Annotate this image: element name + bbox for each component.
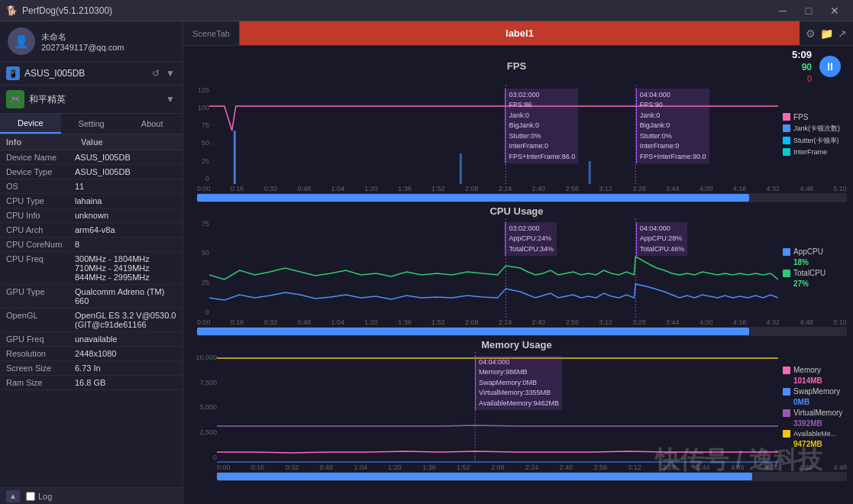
charts-area: FPS 5:09 90 0 ⏸ 125 100 [183, 46, 853, 504]
app-selector[interactable]: 🎮 和平精英 ▼ [0, 86, 183, 114]
cpu-legend-appcpu-dot [783, 248, 790, 256]
memory-legend-available: AvailableMe... [783, 430, 847, 438]
cpu-annotation-2: 04:04:000 AppCPU:28% TotalCPU:46% [636, 222, 688, 257]
cpu-legend: AppCPU 18% TotalCPU 27% [778, 218, 847, 318]
scene-tab-bar: SceneTab label1 ⚙ 📁 ↗ [183, 21, 853, 46]
info-row-key: Device Name [6, 153, 75, 162]
log-label: Log [38, 492, 52, 501]
app-title: PerfDog(v5.1.210300) [22, 5, 112, 16]
cpu-chart-wrap: 75 50 25 0 03:02:000 AppCPU:24% TotalCPU… [186, 218, 847, 318]
info-table-row: CPU Freq300MHz - 1804MHz 710MHz - 2419MH… [0, 252, 183, 285]
info-row-key: Ram Size [6, 378, 75, 387]
right-panel: SceneTab label1 ⚙ 📁 ↗ FPS 5:09 [183, 21, 853, 504]
memory-scrollbar[interactable] [217, 472, 847, 481]
memory-legend: Memory 1014MB SwapMemory 0MB VirtualMemo… [778, 352, 847, 463]
info-row-val: lahaina [75, 196, 176, 205]
profile-info: 未命名 2027349117@qq.com [41, 31, 175, 52]
info-table-row: CPU Infounknown [0, 208, 183, 223]
memory-chart-inner: 04:04:000 Memory:986MB SwapMemory:0MB Vi… [217, 352, 778, 463]
memory-x-axis: 0:000:160:320:481:041:201:361:522:082:24… [186, 463, 847, 471]
cpu-annotation-1: 03:02:000 AppCPU:24% TotalCPU:34% [505, 222, 557, 257]
fps-current-value: 90 [802, 62, 812, 74]
minimize-button[interactable]: ─ [771, 0, 795, 21]
cpu-val-2: 27% [783, 279, 847, 288]
fps-chart-block: FPS 5:09 90 0 ⏸ 125 100 [183, 49, 853, 202]
info-row-key: CPU Type [6, 196, 75, 205]
svg-rect-9 [460, 153, 462, 184]
tab-about[interactable]: About [121, 114, 183, 134]
folder-icon[interactable]: 📁 [820, 27, 833, 40]
device-actions: ↺ ▼ [150, 66, 176, 80]
titlebar-left: 🐕 PerfDog(v5.1.210300) [6, 5, 112, 16]
fps-legend-fps: FPS [783, 113, 847, 121]
profile-name: 未命名 [41, 31, 175, 43]
info-table-row: OS11 [0, 179, 183, 194]
info-row-key: Resolution [6, 349, 75, 358]
fps-y-125: 125 [198, 86, 209, 94]
device-dropdown-button[interactable]: ▼ [164, 66, 176, 80]
bottom-bar: ▲ Log [0, 487, 183, 504]
cpu-chart-svg [209, 218, 778, 318]
memory-legend-virtual-dot [783, 409, 790, 417]
info-row-val: OpenGL ES 3.2 V@0530.0 (GIT@c91de61166 [75, 311, 176, 329]
info-table-header: Info Value [0, 134, 183, 150]
fps-scrollbar[interactable] [197, 193, 847, 202]
device-refresh-button[interactable]: ↺ [150, 66, 161, 80]
info-row-key: CPU CoreNum [6, 240, 75, 249]
fps-y-25: 25 [202, 157, 209, 165]
cpu-scrollbar[interactable] [197, 327, 847, 336]
app-dropdown-button[interactable]: ▼ [164, 92, 176, 106]
memory-val-swap: 0MB [783, 398, 847, 406]
memory-legend-memory: Memory [783, 366, 847, 374]
svg-rect-10 [589, 161, 591, 184]
memory-scrollbar-thumb [217, 473, 752, 480]
info-row-key: CPU Arch [6, 225, 75, 234]
fps-chart-title: FPS [408, 60, 626, 72]
info-row-val: 11 [75, 182, 176, 191]
main-tab[interactable]: label1 [240, 21, 800, 45]
info-row-val: arm64-v8a [75, 225, 176, 234]
memory-chart-title: Memory Usage [186, 339, 847, 351]
memory-legend-swap: SwapMemory [783, 387, 847, 396]
fps-annotation-2: 04:04:000 FPS:90 Jank:0 BigJank:0 Stutte… [636, 89, 709, 164]
log-checkbox-area[interactable]: Log [26, 492, 52, 501]
memory-legend-virtual: VirtualMemory [783, 409, 847, 417]
info-table-row: CPU CoreNum8 [0, 237, 183, 252]
log-checkbox[interactable] [26, 492, 35, 501]
cpu-legend-totalcpu: TotalCPU [783, 269, 847, 277]
fps-x-axis: 0:000:160:320:481:041:201:361:522:082:24… [186, 184, 847, 192]
info-row-val: unavailable [75, 334, 176, 344]
titlebar-controls: ─ □ ✕ [771, 0, 847, 21]
close-button[interactable]: ✕ [822, 0, 847, 21]
app-icon: 🎮 [6, 90, 24, 108]
info-row-val: 16.8 GB [75, 378, 176, 387]
memory-val-memory: 1014MB [783, 376, 847, 385]
main-layout: 👤 未命名 2027349117@qq.com 📱 ASUS_I005DB ↺ … [0, 21, 853, 504]
settings-icon[interactable]: ⚙ [806, 27, 816, 40]
info-row-val: unknown [75, 211, 176, 220]
info-table-row: OpenGLOpenGL ES 3.2 V@0530.0 (GIT@c91de6… [0, 309, 183, 332]
tab-setting[interactable]: Setting [61, 114, 122, 134]
fps-scrollbar-thumb [197, 194, 749, 202]
profile-email: 2027349117@qq.com [41, 43, 175, 52]
top-right-icons: ⚙ 📁 ↗ [800, 27, 853, 40]
cpu-chart-inner: 03:02:000 AppCPU:24% TotalCPU:34% 04:04:… [209, 218, 778, 318]
info-row-key: OS [6, 182, 75, 191]
fps-legend-fps-dot [783, 113, 790, 121]
restore-button[interactable]: □ [796, 0, 821, 21]
share-icon[interactable]: ↗ [838, 27, 847, 40]
info-table-row: GPU Frequnavailable [0, 332, 183, 347]
device-row: 📱 ASUS_I005DB [6, 66, 150, 80]
info-row-key: CPU Info [6, 211, 75, 220]
fps-legend-interframe-dot [783, 148, 790, 156]
memory-chart-block: Memory Usage 10,000 7,500 5,000 2,500 0 … [183, 339, 853, 481]
pause-button[interactable]: ⏸ [819, 56, 841, 77]
scroll-up-button[interactable]: ▲ [6, 490, 20, 502]
device-name: ASUS_I005DB [24, 68, 85, 79]
cpu-legend-totalcpu-dot [783, 270, 790, 277]
memory-val-available: 9472MB [783, 440, 847, 448]
device-selector[interactable]: 📱 ASUS_I005DB ↺ ▼ [0, 62, 183, 86]
info-row-key: GPU Freq [6, 334, 75, 344]
info-table-row: CPU Archarm64-v8a [0, 223, 183, 237]
tab-device[interactable]: Device [0, 114, 61, 134]
